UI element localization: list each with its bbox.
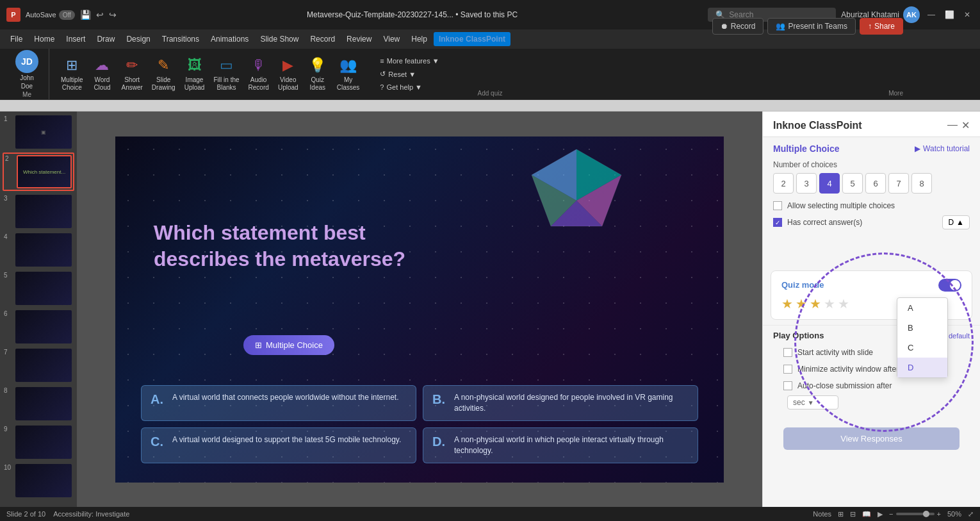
menu-home[interactable]: Home bbox=[29, 32, 60, 46]
get-help-button[interactable]: ? Get help ▼ bbox=[376, 82, 443, 92]
slide-img-2[interactable]: Which statement... bbox=[17, 155, 72, 188]
menu-review[interactable]: Review bbox=[341, 32, 377, 46]
slide-img-8[interactable] bbox=[15, 387, 72, 420]
slide-img-9[interactable] bbox=[15, 426, 72, 459]
video-upload-button[interactable]: ▶ VideoUpload bbox=[274, 54, 302, 94]
menu-slideshow[interactable]: Slide Show bbox=[255, 32, 304, 46]
restore-button[interactable]: ⬜ bbox=[943, 8, 956, 21]
more-features-button[interactable]: ≡ More features ▼ bbox=[376, 56, 443, 66]
slide-thumb-6[interactable]: 6 bbox=[3, 309, 74, 345]
sec-input[interactable]: sec ▼ bbox=[787, 395, 838, 409]
menu-file[interactable]: File bbox=[5, 32, 28, 46]
menu-insert[interactable]: Insert bbox=[61, 32, 90, 46]
slide-thumb-9[interactable]: 9 bbox=[3, 424, 74, 460]
slide-thumb-1[interactable]: 1 ▣ bbox=[3, 114, 74, 150]
view-responses-button[interactable]: View Responses bbox=[783, 427, 960, 450]
choice-8-btn[interactable]: 8 bbox=[911, 173, 932, 194]
slide-img-4[interactable] bbox=[15, 233, 72, 267]
multiple-choice-label: MultipleChoice bbox=[61, 76, 83, 92]
minimize-window-checkbox[interactable] bbox=[783, 365, 792, 374]
correct-answer-dropdown[interactable]: A B C D bbox=[897, 297, 948, 378]
slide-thumb-7[interactable]: 7 bbox=[3, 347, 74, 383]
avatar[interactable]: AK bbox=[903, 6, 920, 23]
redo-icon[interactable]: ↪ bbox=[109, 10, 117, 20]
auto-close-checkbox[interactable] bbox=[783, 381, 792, 390]
notes-button[interactable]: Notes bbox=[813, 510, 831, 518]
dropdown-option-c[interactable]: C bbox=[897, 338, 947, 358]
choice-5-btn[interactable]: 5 bbox=[842, 173, 863, 194]
dropdown-option-d[interactable]: D bbox=[897, 358, 947, 377]
slide-num-9: 9 bbox=[4, 426, 13, 433]
normal-view-icon[interactable]: ⊞ bbox=[838, 510, 844, 518]
image-upload-button[interactable]: 🖼 ImageUpload bbox=[181, 54, 209, 94]
correct-answer-value: D bbox=[948, 218, 954, 227]
watch-tutorial-button[interactable]: ▶ Watch tutorial bbox=[915, 144, 970, 153]
short-answer-button[interactable]: ✏ ShortAnswer bbox=[117, 54, 146, 94]
choice-2-btn[interactable]: 2 bbox=[773, 173, 794, 194]
share-icon: ↑ bbox=[868, 22, 872, 31]
save-icon[interactable]: 💾 bbox=[80, 10, 91, 20]
word-cloud-button[interactable]: ☁ WordCloud bbox=[88, 54, 116, 94]
menu-record[interactable]: Record bbox=[305, 32, 340, 46]
correct-answer-selector[interactable]: D ▲ bbox=[942, 215, 970, 229]
menu-draw[interactable]: Draw bbox=[92, 32, 120, 46]
presenter-view-icon[interactable]: ▶ bbox=[878, 510, 883, 518]
slide-thumb-2[interactable]: 2 Which statement... bbox=[3, 153, 74, 191]
slide-img-10[interactable] bbox=[15, 464, 72, 497]
zoom-slider[interactable] bbox=[896, 513, 935, 515]
dropdown-option-a[interactable]: A bbox=[897, 298, 947, 318]
menu-design[interactable]: Design bbox=[121, 32, 155, 46]
cp-minimize-icon[interactable]: — bbox=[947, 119, 958, 131]
reading-view-icon[interactable]: 📖 bbox=[862, 510, 871, 518]
choice-4-btn[interactable]: 4 bbox=[819, 173, 840, 194]
menu-animations[interactable]: Animations bbox=[206, 32, 254, 46]
slide-img-6[interactable] bbox=[15, 310, 72, 343]
undo-icon[interactable]: ↩ bbox=[96, 10, 104, 20]
slide-img-3[interactable] bbox=[15, 195, 72, 228]
slide-img-7[interactable] bbox=[15, 349, 72, 382]
close-button[interactable]: ✕ bbox=[961, 8, 974, 21]
zoom-bar[interactable]: − + bbox=[889, 510, 941, 518]
menu-transitions[interactable]: Transitions bbox=[157, 32, 204, 46]
choice-3-btn[interactable]: 3 bbox=[796, 173, 817, 194]
more-features-icon: ≡ bbox=[380, 57, 384, 65]
zoom-level[interactable]: 50% bbox=[947, 510, 961, 518]
more-features-label: More features ▼ bbox=[387, 57, 439, 65]
multiple-choice-button[interactable]: ⊞ MultipleChoice bbox=[57, 54, 86, 94]
present-teams-button[interactable]: 👥 Present in Teams bbox=[767, 18, 856, 35]
fit-slide-icon[interactable]: ⤢ bbox=[968, 510, 974, 518]
slide-info: Slide 2 of 10 bbox=[6, 510, 45, 518]
autosave-toggle[interactable]: Off bbox=[59, 10, 75, 20]
slide-thumb-8[interactable]: 8 bbox=[3, 386, 74, 422]
my-classes-button[interactable]: 👥 MyClasses bbox=[333, 54, 364, 94]
choice-6-btn[interactable]: 6 bbox=[865, 173, 886, 194]
slide-thumb-10[interactable]: 10 bbox=[3, 463, 74, 499]
slide-sorter-icon[interactable]: ⊟ bbox=[850, 510, 856, 518]
has-correct-checkbox[interactable]: ✓ bbox=[773, 218, 782, 227]
slide-thumb-5[interactable]: 5 bbox=[3, 270, 74, 306]
menu-classpoint[interactable]: Inknoe ClassPoint bbox=[434, 32, 510, 46]
zoom-in-icon[interactable]: + bbox=[937, 510, 941, 518]
slide-num-3: 3 bbox=[4, 195, 13, 202]
slide-drawing-button[interactable]: ✎ SlideDrawing bbox=[148, 54, 179, 94]
choice-7-btn[interactable]: 7 bbox=[888, 173, 909, 194]
slide-img-1[interactable]: ▣ bbox=[15, 115, 72, 149]
slide-img-5[interactable] bbox=[15, 272, 72, 305]
zoom-out-icon[interactable]: − bbox=[889, 510, 893, 518]
reset-button[interactable]: ↺ Reset ▼ bbox=[376, 69, 443, 79]
dropdown-option-b[interactable]: B bbox=[897, 318, 947, 338]
audio-record-button[interactable]: 🎙 AudioRecord bbox=[245, 54, 273, 94]
record-button[interactable]: ⏺ Record bbox=[712, 18, 764, 35]
menu-view[interactable]: View bbox=[378, 32, 405, 46]
quiz-mode-toggle[interactable] bbox=[938, 279, 961, 292]
quiz-ideas-button[interactable]: 💡 QuizIdeas bbox=[304, 54, 332, 94]
start-with-slide-checkbox[interactable] bbox=[783, 348, 792, 357]
allow-multiple-checkbox[interactable] bbox=[773, 201, 782, 210]
slide-thumb-3[interactable]: 3 bbox=[3, 194, 74, 229]
fill-blanks-button[interactable]: ▭ Fill in theBlanks bbox=[210, 54, 243, 94]
share-button[interactable]: ↑ Share bbox=[860, 18, 903, 35]
menu-help[interactable]: Help bbox=[406, 32, 432, 46]
slide-thumb-4[interactable]: 4 bbox=[3, 232, 74, 268]
minimize-button[interactable]: — bbox=[925, 8, 938, 21]
cp-close-icon[interactable]: ✕ bbox=[961, 119, 970, 131]
